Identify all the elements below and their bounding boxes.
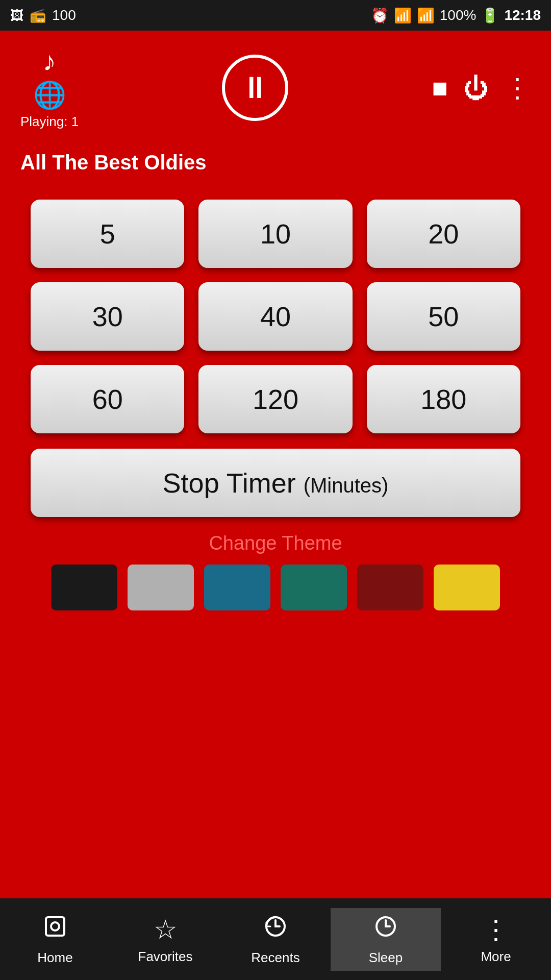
sleep-icon bbox=[372, 913, 399, 946]
playing-label: Playing: 1 bbox=[20, 114, 79, 130]
globe-icon: 🌐 bbox=[33, 80, 66, 111]
stop-timer-button[interactable]: Stop Timer (Minutes) bbox=[31, 449, 520, 517]
photo-icon: 🖼 bbox=[10, 8, 23, 23]
timer-btn-40[interactable]: 40 bbox=[198, 282, 352, 351]
music-icon: ♪ bbox=[43, 46, 56, 77]
nav-item-home[interactable]: Home bbox=[0, 908, 110, 971]
alarm-icon: ⏰ bbox=[371, 7, 389, 24]
nav-item-sleep[interactable]: Sleep bbox=[331, 908, 441, 971]
nav-label-sleep: Sleep bbox=[369, 950, 403, 966]
stop-button[interactable]: ■ bbox=[432, 72, 448, 103]
theme-swatch-yellow[interactable] bbox=[434, 565, 500, 610]
stop-timer-main-label: Stop Timer bbox=[163, 468, 296, 498]
wifi-icon: 📶 bbox=[394, 7, 412, 24]
status-right: ⏰ 📶 📶 100% 🔋 12:18 bbox=[371, 7, 541, 24]
power-icon: ⏻ bbox=[463, 74, 489, 103]
pause-button[interactable]: ⏸ bbox=[222, 55, 288, 121]
change-theme-section: Change Theme bbox=[31, 532, 520, 610]
nav-label-home: Home bbox=[37, 950, 72, 966]
power-button[interactable]: ⏻ bbox=[463, 72, 489, 103]
clock-time: 12:18 bbox=[504, 7, 541, 23]
header-center: ⏸ bbox=[222, 55, 288, 121]
radio-icon: 📻 bbox=[30, 8, 46, 23]
header-right: ■ ⏻ ⋮ bbox=[432, 72, 531, 103]
header: ♪ 🌐 Playing: 1 ⏸ ■ ⏻ ⋮ bbox=[0, 31, 551, 140]
timer-btn-120[interactable]: 120 bbox=[198, 365, 352, 433]
recents-icon bbox=[262, 913, 289, 946]
nav-item-more[interactable]: ⋮ More bbox=[441, 909, 551, 970]
timer-btn-30[interactable]: 30 bbox=[31, 282, 184, 351]
nav-label-recents: Recents bbox=[251, 950, 299, 966]
theme-colors bbox=[51, 565, 500, 610]
share-icon: ⋮ bbox=[504, 73, 531, 103]
change-theme-label: Change Theme bbox=[209, 532, 342, 554]
pause-icon: ⏸ bbox=[240, 72, 270, 103]
timer-btn-20[interactable]: 20 bbox=[367, 200, 520, 268]
stop-timer-sub-label: (Minutes) bbox=[304, 474, 389, 497]
stop-icon: ■ bbox=[432, 73, 448, 103]
signal-bars-icon: 📶 bbox=[417, 7, 435, 24]
more-icon: ⋮ bbox=[483, 914, 509, 945]
nav-item-recents[interactable]: Recents bbox=[220, 908, 331, 971]
nav-label-favorites: Favorites bbox=[138, 949, 193, 965]
status-bar: 🖼 📻 100 ⏰ 📶 📶 100% 🔋 12:18 bbox=[0, 0, 551, 31]
share-button[interactable]: ⋮ bbox=[504, 72, 531, 103]
battery-icon: 🔋 bbox=[481, 7, 499, 24]
nav-label-more: More bbox=[481, 949, 511, 965]
timer-grid: 5 10 20 30 40 50 60 120 180 bbox=[31, 200, 520, 433]
timer-btn-10[interactable]: 10 bbox=[198, 200, 352, 268]
home-icon bbox=[42, 913, 68, 946]
timer-btn-60[interactable]: 60 bbox=[31, 365, 184, 433]
theme-swatch-teal[interactable] bbox=[281, 565, 347, 610]
station-title: All The Best Oldies bbox=[0, 141, 551, 179]
header-left: ♪ 🌐 Playing: 1 bbox=[20, 46, 79, 130]
status-left: 🖼 📻 100 bbox=[10, 7, 76, 23]
theme-swatch-gray[interactable] bbox=[128, 565, 194, 610]
main-content: 5 10 20 30 40 50 60 120 180 Stop Timer (… bbox=[0, 179, 551, 898]
nav-item-favorites[interactable]: ☆ Favorites bbox=[110, 909, 220, 970]
theme-swatch-black[interactable] bbox=[51, 565, 117, 610]
signal-count: 100 bbox=[52, 7, 76, 23]
svg-rect-0 bbox=[46, 917, 64, 936]
bottom-nav: Home ☆ Favorites Recents Sleep ⋮ More bbox=[0, 898, 551, 980]
svg-point-1 bbox=[51, 922, 59, 930]
favorites-icon: ☆ bbox=[154, 914, 178, 945]
theme-swatch-blue[interactable] bbox=[204, 565, 270, 610]
timer-btn-50[interactable]: 50 bbox=[367, 282, 520, 351]
timer-btn-180[interactable]: 180 bbox=[367, 365, 520, 433]
timer-btn-5[interactable]: 5 bbox=[31, 200, 184, 268]
theme-swatch-dark-red[interactable] bbox=[357, 565, 423, 610]
battery-percent: 100% bbox=[440, 7, 477, 23]
